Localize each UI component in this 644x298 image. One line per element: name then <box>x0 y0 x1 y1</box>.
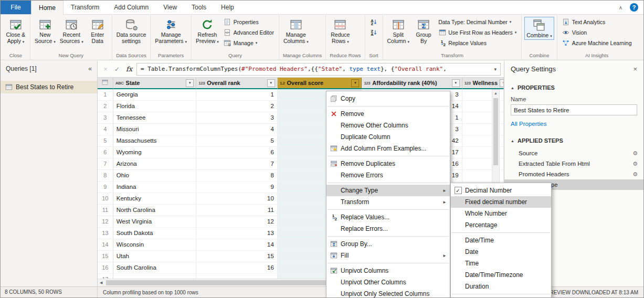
scroll-up-icon[interactable]: ▲ <box>492 90 499 95</box>
tab-transform[interactable]: Transform <box>64 1 107 14</box>
cell[interactable]: 8 <box>196 170 278 182</box>
enter-data-button[interactable]: EnterData <box>86 17 109 46</box>
cell[interactable]: West Virginia <box>113 216 197 228</box>
menu-item-add-column-from-examples[interactable]: Add Column From Examples... <box>326 143 450 154</box>
cell[interactable]: Utah <box>113 251 197 262</box>
column-header-overall-rank[interactable]: 123Overall rank▾ <box>196 78 278 89</box>
cell[interactable]: 2 <box>196 101 278 112</box>
tab-home[interactable]: Home <box>31 1 64 15</box>
collapse-ribbon-icon[interactable]: ∧ <box>619 5 622 10</box>
menu-item-decimal-number[interactable]: ✓Decimal Number <box>451 185 551 196</box>
applied-step-promoted-headers[interactable]: Promoted Headers⚙ <box>504 169 643 179</box>
menu-item-unpivot-columns[interactable]: Unpivot Columns <box>326 265 450 276</box>
filter-dropdown-icon[interactable]: ▾ <box>500 79 504 87</box>
column-type-icon[interactable]: ABC <box>115 81 124 86</box>
formula-input[interactable]: = Table.TransformColumnTypes(#"Promoted … <box>136 63 501 76</box>
tab-tools[interactable]: Tools <box>184 1 214 14</box>
vision-button[interactable]: Vision <box>560 27 634 37</box>
sort-za-button[interactable]: ZA <box>368 27 380 37</box>
cell[interactable]: 1 <box>196 89 278 101</box>
cell[interactable]: 15 <box>196 251 278 262</box>
menu-item-fixed-decimal-number[interactable]: Fixed decimal number <box>451 196 551 208</box>
menu-item-remove-other-columns[interactable]: Remove Other Columns <box>326 120 450 131</box>
applied-step-source[interactable]: Source⚙ <box>504 148 643 158</box>
row-number[interactable]: 12 <box>98 216 113 228</box>
close-settings-icon[interactable]: × <box>633 65 637 73</box>
azure-machine-learning-button[interactable]: Azure Machine Learning <box>560 38 634 48</box>
row-number[interactable]: 1 <box>98 89 113 101</box>
row-number[interactable]: 5 <box>98 135 113 147</box>
menu-item-duration[interactable]: Duration <box>451 281 551 292</box>
menu-item-whole-number[interactable]: Whole Number <box>451 208 551 219</box>
menu-item-time[interactable]: Time <box>451 258 551 269</box>
row-number[interactable]: 15 <box>98 251 113 262</box>
column-header-overall-score[interactable]: 1.2Overall score▾ <box>278 78 362 89</box>
row-number[interactable]: 14 <box>98 239 113 251</box>
help-icon[interactable]: ? <box>630 3 638 12</box>
query-item-best-states-to-retire[interactable]: Best States to Retire <box>1 81 97 93</box>
close-apply-button[interactable]: Close &Apply ▾ <box>4 17 27 46</box>
menu-item-group-by[interactable]: ΣGroup By... <box>326 238 450 250</box>
column-type-icon[interactable]: 1.2 <box>280 81 285 86</box>
cell[interactable]: 16 <box>196 262 278 274</box>
cell[interactable]: 5 <box>196 135 278 147</box>
column-type-icon[interactable]: 123 <box>364 81 370 86</box>
cell[interactable]: 14 <box>196 239 278 251</box>
scroll-left-icon[interactable]: ◀ <box>100 279 102 286</box>
sort-az-button[interactable]: AZ <box>368 17 380 27</box>
tab-add-column[interactable]: Add Column <box>107 1 156 14</box>
cell[interactable]: Wisconsin <box>113 239 197 251</box>
vertical-scroll-thumb[interactable] <box>493 98 498 165</box>
step-settings-gear-icon[interactable]: ⚙ <box>632 158 638 169</box>
row-number[interactable]: 13 <box>98 228 113 239</box>
split-column-button[interactable]: SplitColumn ▾ <box>386 17 411 46</box>
refresh-preview-button[interactable]: RefreshPreview ▾ <box>194 17 220 46</box>
reduce-rows-button[interactable]: ReduceRows ▾ <box>329 17 352 46</box>
formula-expand-icon[interactable]: ▾ <box>490 67 497 72</box>
column-header-state[interactable]: ABCState▾ <box>113 78 197 89</box>
new-source-button[interactable]: NewSource ▾ <box>33 17 57 46</box>
menu-item-fill[interactable]: Fill► <box>326 250 450 261</box>
menu-item-date[interactable]: Date <box>451 246 551 258</box>
filter-dropdown-icon[interactable]: ▾ <box>186 79 194 87</box>
filter-dropdown-icon[interactable]: ▾ <box>351 79 359 87</box>
column-header-wellness[interactable]: 123Wellness▾ <box>462 78 504 89</box>
column-header-affordability-rank-40[interactable]: 123Affordability rank (40%)▾ <box>362 78 462 89</box>
column-type-icon[interactable]: 123 <box>198 81 205 86</box>
advanced-editor-button[interactable]: </>Advanced Editor <box>221 27 276 37</box>
menu-item-transform[interactable]: Transform► <box>326 196 450 208</box>
cell[interactable]: Georgia <box>113 89 197 101</box>
row-number[interactable]: 8 <box>98 170 113 182</box>
horizontal-scroll-thumb[interactable] <box>106 280 342 285</box>
step-settings-gear-icon[interactable]: ⚙ <box>632 148 638 158</box>
cell[interactable]: 6 <box>196 147 278 158</box>
file-menu-button[interactable]: File <box>1 1 31 14</box>
menu-item-copy[interactable]: Copy <box>326 93 450 104</box>
cell[interactable]: Indiana <box>113 182 197 193</box>
filter-dropdown-icon[interactable]: ▾ <box>267 79 275 87</box>
cell[interactable]: 3 <box>196 112 278 124</box>
menu-item-unpivot-other-columns[interactable]: Unpivot Other Columns <box>326 276 450 288</box>
cell[interactable]: 4 <box>196 124 278 135</box>
manage-columns-button[interactable]: ManageColumns ▾ <box>282 17 310 46</box>
formula-cancel-icon[interactable]: × <box>100 66 111 73</box>
all-properties-link[interactable]: All Properties <box>504 121 643 127</box>
formula-confirm-icon[interactable]: ✓ <box>111 66 123 73</box>
menu-item-replace-values[interactable]: 12Replace Values... <box>326 211 450 223</box>
data-source-settings-button[interactable]: ⚙Data sourcesettings <box>115 17 148 46</box>
cell[interactable]: South Carolina <box>113 262 197 274</box>
row-number[interactable]: 9 <box>98 182 113 193</box>
tab-help[interactable]: Help <box>214 1 241 14</box>
menu-item-remove-errors[interactable]: Remove Errors <box>326 169 450 181</box>
row-number[interactable]: 7 <box>98 158 113 170</box>
menu-item-unpivot-only-selected-columns[interactable]: Unpivot Only Selected Columns <box>326 288 450 298</box>
group-by-button[interactable]: ΣGroupBy <box>412 17 435 46</box>
collapse-queries-icon[interactable]: « <box>88 65 92 72</box>
select-all-corner[interactable] <box>98 78 113 89</box>
cell[interactable]: Kentucky <box>113 193 197 205</box>
row-number[interactable]: 2 <box>98 101 113 112</box>
menu-item-date-time[interactable]: Date/Time <box>451 235 551 246</box>
cell[interactable]: 13 <box>196 228 278 239</box>
properties-section-header[interactable]: ▲ PROPERTIES <box>504 84 643 91</box>
cell[interactable]: 7 <box>196 158 278 170</box>
